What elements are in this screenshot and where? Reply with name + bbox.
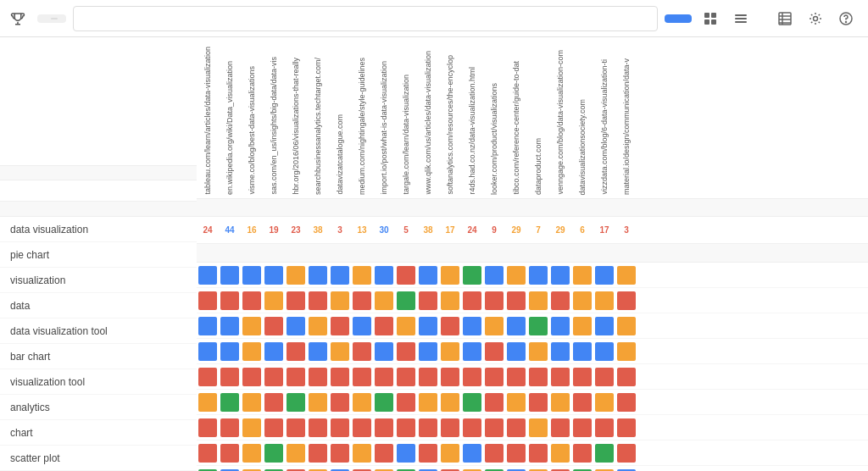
grid-row-1 [197,288,868,313]
settings-button[interactable] [804,7,827,30]
grid-cell-1-16 [551,291,570,310]
grid-cell-4-15 [529,368,548,386]
score-cell-11: 17 [439,225,461,235]
score-cell-3: 19 [263,225,285,235]
grid-cell-2-13 [485,317,504,335]
grid-cell-4-11 [441,368,459,386]
grid-cell-2-16 [551,317,570,335]
run-button[interactable] [665,14,692,23]
col-header-11: softanalytics.com/resources/the-encyclop [439,37,461,198]
grid-cell-0-16 [551,266,570,285]
related-label-5: bar chart [0,344,197,369]
grid-cell-4-19 [617,368,636,386]
score-cell-16: 29 [549,225,571,235]
grid-cell-7-12 [463,444,481,463]
grid-cell-6-9 [397,418,415,437]
grid-cell-2-1 [220,317,239,335]
related-label-1: pie chart [0,242,197,268]
help-button[interactable] [834,7,858,30]
grid-cell-7-3 [264,444,283,463]
col-header-17: datavisualizationsociety.com [571,37,593,198]
grid-cell-5-1 [220,393,239,412]
data-viz-tab[interactable] [37,14,66,23]
grid-cell-5-7 [353,393,371,412]
grid-cell-1-1 [220,291,239,310]
grid-cell-6-12 [463,418,481,437]
menu-button[interactable] [729,7,753,30]
locale-badge [51,18,58,19]
top-spacer [0,37,197,165]
related-spacer [197,244,868,263]
grid-cell-6-6 [331,418,349,437]
related-rows-left: data visualizationpie chartvisualization… [0,217,197,471]
topic-section-label [0,165,197,180]
grid-cell-0-12 [463,266,481,285]
score-cell-12: 24 [461,225,483,235]
grid-cell-7-4 [287,444,305,463]
col-header-2: visme.co/blog/best-data-visualizations [241,37,263,198]
grid-cell-0-17 [573,266,592,285]
grid-cell-5-12 [463,393,481,412]
grid-cell-7-13 [485,444,504,463]
body: data visualizationpie chartvisualization… [0,37,868,471]
score-cell-10: 38 [417,225,439,235]
left-panel: data visualizationpie chartvisualization… [0,37,197,471]
right-panel[interactable]: tableau.com/learn/articles/data-visualiz… [197,37,868,471]
col-header-16: venngage.com/blog/data-visualization-com [549,37,571,198]
grid-cell-5-19 [617,393,636,412]
grid-cell-2-9 [397,317,415,335]
logo [10,11,31,26]
grid-cell-2-12 [463,317,481,335]
grid-cell-1-6 [331,291,349,310]
grid-cell-0-9 [397,266,415,285]
grid-cell-6-13 [485,418,504,437]
grid-cell-1-3 [264,291,283,310]
grid-cell-4-9 [397,368,415,386]
score-cell-0: 24 [197,225,219,235]
score-cell-19: 3 [615,225,637,235]
related-label-9: scatter plot [0,446,197,471]
related-label-2: visualization [0,268,197,293]
grid-cell-4-8 [375,368,393,386]
grid-cell-0-5 [309,266,327,285]
grid-cell-2-11 [441,317,459,335]
grid-cell-4-4 [287,368,305,386]
col-header-6: datavizatcatalogue.com [329,37,351,198]
grid-row-6 [197,415,868,441]
related-section-label [0,202,197,217]
col-header-4: hbr.org/2016/06/visualizations-that-real… [285,37,307,198]
grid-cell-3-19 [617,342,636,361]
grid-cell-5-4 [287,393,305,412]
grid-cell-5-0 [198,393,217,412]
grid-cell-4-3 [264,368,283,386]
col-header-5: searchbusinessanalytics.techtarget.com/ [307,37,329,198]
search-bar[interactable] [73,6,658,31]
related-label-8: chart [0,420,197,446]
grid-view-button[interactable] [698,7,722,30]
grid-cell-0-13 [485,266,504,285]
grid-cell-7-6 [331,444,349,463]
grid-cell-5-14 [507,393,526,412]
grid-cell-0-8 [375,266,393,285]
grid-cell-5-15 [529,393,548,412]
grid-cell-6-3 [264,418,283,437]
svg-rect-3 [711,19,716,25]
related-label-4: data visualization tool [0,319,197,344]
related-label-6: visualization tool [0,369,197,395]
col-header-10: www.qlik.com/us/articles/data-visualizat… [417,37,439,198]
grid-cell-5-17 [573,393,592,412]
grid-cell-7-11 [441,444,459,463]
grid-cell-4-2 [242,368,261,386]
table-icon-button[interactable] [773,7,797,30]
grid-cell-1-4 [287,291,305,310]
grid-cell-2-17 [573,317,592,335]
svg-rect-5 [735,18,747,19]
grid-cell-3-4 [287,342,305,361]
grid-cell-0-10 [419,266,437,285]
grid-cell-0-7 [353,266,371,285]
grid-cell-6-2 [242,418,261,437]
grid-cell-2-10 [419,317,437,335]
grid-row-0 [197,263,868,288]
grid-cell-3-16 [551,342,570,361]
grid-cell-3-15 [529,342,548,361]
